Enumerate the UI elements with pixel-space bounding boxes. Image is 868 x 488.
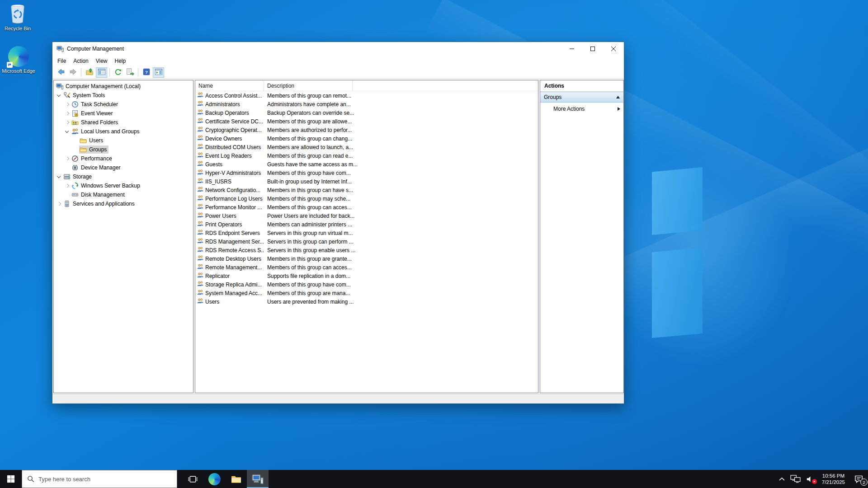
taskbar-app-computer-management[interactable] <box>247 470 269 488</box>
volume-muted-icon[interactable]: × <box>803 470 818 488</box>
table-row[interactable]: Storage Replica Admi...Members of this g… <box>195 280 538 289</box>
table-row[interactable]: Performance Monitor ...Members of this g… <box>195 203 538 211</box>
chevron-collapsed-icon[interactable] <box>56 200 63 207</box>
maximize-button[interactable] <box>582 42 603 56</box>
table-row[interactable]: Remote Desktop UsersMembers in this grou… <box>195 254 538 263</box>
group-name: Cryptographic Operat... <box>205 127 262 133</box>
group-name-cell: Backup Operators <box>195 109 264 117</box>
tree-item-local-users-and-groups[interactable]: Local Users and Groups <box>54 127 193 136</box>
chevron-collapsed-icon[interactable] <box>64 119 71 126</box>
tree-item-computer-management-local-[interactable]: Computer Management (Local) <box>54 82 193 91</box>
table-row[interactable]: ReplicatorSupports file replication in a… <box>195 272 538 280</box>
tree-item-groups[interactable]: Groups <box>54 145 193 154</box>
clock-date: 7/21/2025 <box>822 479 845 485</box>
title-bar[interactable]: Computer Management <box>52 42 624 56</box>
desktop-icon-microsoft-edge[interactable]: Microsoft Edge <box>1 45 36 74</box>
taskbar-search[interactable] <box>22 470 177 488</box>
start-button[interactable] <box>0 470 22 488</box>
tree-item-performance[interactable]: Performance <box>54 154 193 163</box>
desktop: Recycle Bin Microsoft Edge Computer Mana… <box>0 0 868 488</box>
table-row[interactable]: Backup OperatorsBackup Operators can ove… <box>195 108 538 117</box>
chevron-collapsed-icon[interactable] <box>64 101 71 108</box>
chevron-collapsed-icon[interactable] <box>64 110 71 117</box>
chevron-expanded-icon[interactable] <box>64 128 71 135</box>
console-tree-pane: Computer Management (Local)System ToolsT… <box>53 80 193 393</box>
taskbar-clock[interactable]: 10:56 PM 7/21/2025 <box>818 470 849 488</box>
table-row[interactable]: System Managed Acc...Members of this gro… <box>195 289 538 297</box>
desktop-icon-recycle-bin[interactable]: Recycle Bin <box>0 3 35 31</box>
chevron-collapsed-icon[interactable] <box>64 155 71 162</box>
action-center-icon[interactable]: 2 <box>849 470 868 488</box>
tree-item-system-tools[interactable]: System Tools <box>54 91 193 100</box>
table-row[interactable]: Event Log ReadersMembers of this group c… <box>195 151 538 160</box>
up-level-button[interactable] <box>84 67 95 78</box>
table-row[interactable]: Power UsersPower Users are included for … <box>195 211 538 220</box>
tree-item-label: Local Users and Groups <box>81 128 139 135</box>
table-row[interactable]: GuestsGuests have the same access as m..… <box>195 160 538 169</box>
table-row[interactable]: UsersUsers are prevented from making ... <box>195 297 538 306</box>
taskbar-app-edge[interactable] <box>203 470 225 488</box>
tree-item-device-manager[interactable]: Device Manager <box>54 163 193 172</box>
chevron-expanded-icon[interactable] <box>56 92 63 99</box>
column-header-name[interactable]: Name <box>195 80 264 91</box>
tree-item-shared-folders[interactable]: Shared Folders <box>54 118 193 127</box>
tree-item-storage[interactable]: Storage <box>54 172 193 181</box>
tree-item-task-scheduler[interactable]: Task Scheduler <box>54 100 193 109</box>
table-row[interactable]: Remote Management...Members of this grou… <box>195 263 538 272</box>
close-button[interactable] <box>603 42 624 56</box>
group-icon <box>195 203 205 211</box>
menu-item-file[interactable]: File <box>54 56 70 66</box>
export-list-icon <box>126 68 134 77</box>
tree-item-label: Event Viewer <box>81 110 113 117</box>
tree-item-services-and-applications[interactable]: Services and Applications <box>54 199 193 208</box>
table-row[interactable]: IIS_IUSRSBuilt-in group used by Internet… <box>195 177 538 186</box>
chevron-expanded-icon[interactable] <box>56 173 63 180</box>
forward-button[interactable] <box>67 67 79 78</box>
taskbar-app-file-explorer[interactable] <box>225 470 247 488</box>
table-row[interactable]: Certificate Service DC...Members of this… <box>195 117 538 126</box>
menu-item-help[interactable]: Help <box>111 56 130 66</box>
local-users-groups-icon <box>71 128 79 135</box>
table-row[interactable]: Print OperatorsMembers can administer pr… <box>195 220 538 229</box>
group-description: Members of this group can chang... <box>264 136 538 142</box>
tree-item-event-viewer[interactable]: Event Viewer <box>54 109 193 118</box>
table-row[interactable]: RDS Endpoint ServersServers in this grou… <box>195 229 538 237</box>
table-row[interactable]: RDS Management Ser...Servers in this gro… <box>195 237 538 246</box>
table-row[interactable]: Distributed COM UsersMembers are allowed… <box>195 143 538 151</box>
collapse-section-icon[interactable] <box>616 96 620 99</box>
chevron-collapsed-icon[interactable] <box>64 182 71 189</box>
minimize-button[interactable] <box>561 42 582 56</box>
refresh-button[interactable] <box>112 67 123 78</box>
table-row[interactable]: Access Control Assist...Members of this … <box>195 91 538 100</box>
tree-item-windows-server-backup[interactable]: Windows Server Backup <box>54 181 193 190</box>
chevron-placeholder <box>72 137 79 144</box>
hidden-icons-chevron[interactable] <box>776 470 788 488</box>
table-row[interactable]: Network Configuratio...Members in this g… <box>195 186 538 194</box>
more-actions-item[interactable]: More Actions <box>540 103 623 115</box>
wallpaper-streak <box>595 0 868 203</box>
menu-item-action[interactable]: Action <box>70 56 92 66</box>
table-row[interactable]: AdministratorsAdministrators have comple… <box>195 100 538 108</box>
show-action-pane-button[interactable] <box>153 67 164 78</box>
tree-item-disk-management[interactable]: Disk Management <box>54 190 193 199</box>
help-button[interactable]: ? <box>141 67 152 78</box>
table-row[interactable]: Cryptographic Operat...Members are autho… <box>195 126 538 134</box>
table-row[interactable]: Performance Log UsersMembers of this gro… <box>195 194 538 203</box>
tree-item-users[interactable]: Users <box>54 136 193 145</box>
table-row[interactable]: Device OwnersMembers of this group can c… <box>195 134 538 143</box>
actions-group-section[interactable]: Groups <box>540 92 623 103</box>
windows-logo-icon <box>7 475 15 483</box>
toolbar-separator <box>109 68 110 77</box>
group-icon <box>195 246 205 254</box>
back-button[interactable] <box>55 67 66 78</box>
network-icon[interactable] <box>788 470 803 488</box>
taskbar-app-task-view[interactable] <box>182 470 203 488</box>
table-row[interactable]: Hyper-V AdministratorsMembers of this gr… <box>195 169 538 177</box>
menu-item-view[interactable]: View <box>92 56 111 66</box>
search-input[interactable] <box>38 476 165 483</box>
show-console-tree-button[interactable] <box>96 67 107 78</box>
column-header-description[interactable]: Description <box>264 80 353 91</box>
edge-icon <box>208 473 221 485</box>
export-list-button[interactable] <box>124 67 136 78</box>
table-row[interactable]: RDS Remote Access S...Servers in this gr… <box>195 246 538 254</box>
